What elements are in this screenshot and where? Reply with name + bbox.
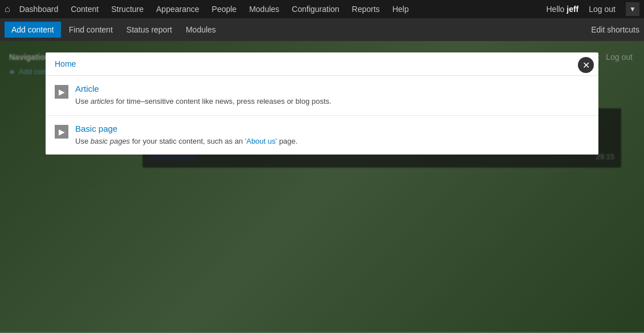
nav-item-people[interactable]: People — [206, 2, 243, 16]
top-nav-right: Hello jeff Log out ▼ — [546, 2, 639, 16]
nav-item-dashboard[interactable]: Dashboard — [14, 2, 64, 16]
shortcut-bar-right: Edit shortcuts — [591, 25, 639, 34]
top-nav: ⌂ Dashboard Content Structure Appearance… — [0, 0, 644, 18]
modal-breadcrumb: Home — [46, 52, 598, 76]
nav-item-reports[interactable]: Reports — [346, 2, 385, 16]
breadcrumb-home-link[interactable]: Home — [55, 59, 76, 68]
article-item: ▶ Article Use articles for time–sensitiv… — [46, 76, 598, 116]
add-content-modal: ✕ Home ▶ Article Use articles for time–s… — [46, 52, 598, 155]
basic-page-arrow-button[interactable]: ▶ — [55, 125, 68, 139]
modal-close-button[interactable]: ✕ — [578, 57, 594, 73]
basic-page-description: Use basic pages for your static content,… — [75, 136, 589, 147]
nav-item-help[interactable]: Help — [386, 2, 414, 16]
article-content: Article Use articles for time–sensitive … — [75, 84, 589, 107]
article-title-link[interactable]: Article — [75, 84, 589, 94]
article-arrow-button[interactable]: ▶ — [55, 85, 68, 99]
nav-item-configuration[interactable]: Configuration — [286, 2, 345, 16]
modal-overlay: ✕ Home ▶ Article Use articles for time–s… — [0, 41, 644, 332]
nav-item-modules[interactable]: Modules — [243, 2, 285, 16]
nav-item-appearance[interactable]: Appearance — [150, 2, 205, 16]
basic-page-content: Basic page Use basic pages for your stat… — [75, 124, 589, 147]
find-content-shortcut[interactable]: Find content — [63, 23, 119, 36]
basic-page-item: ▶ Basic page Use basic pages for your st… — [46, 116, 598, 155]
home-icon[interactable]: ⌂ — [5, 4, 10, 14]
page-background: My account Log out Navigation ► Add cont… — [0, 41, 644, 332]
modules-shortcut[interactable]: Modules — [180, 23, 222, 36]
edit-shortcuts-link[interactable]: Edit shortcuts — [591, 25, 639, 34]
top-nav-logout[interactable]: Log out — [583, 2, 621, 16]
hello-text: Hello jeff — [546, 5, 578, 14]
shortcut-bar: Add content Find content Status report M… — [0, 18, 644, 41]
status-report-shortcut[interactable]: Status report — [121, 23, 178, 36]
dropdown-arrow-button[interactable]: ▼ — [626, 2, 639, 16]
basic-page-title-link[interactable]: Basic page — [75, 124, 589, 133]
add-content-shortcut-button[interactable]: Add content — [5, 22, 61, 38]
nav-item-structure[interactable]: Structure — [105, 2, 149, 16]
about-us-link[interactable]: 'About us' — [245, 137, 277, 145]
article-description: Use articles for time–sensitive content … — [75, 96, 589, 107]
article-em: articles — [91, 97, 114, 105]
nav-item-content[interactable]: Content — [65, 2, 104, 16]
basic-pages-em: basic pages — [91, 137, 130, 145]
username: jeff — [566, 5, 578, 14]
